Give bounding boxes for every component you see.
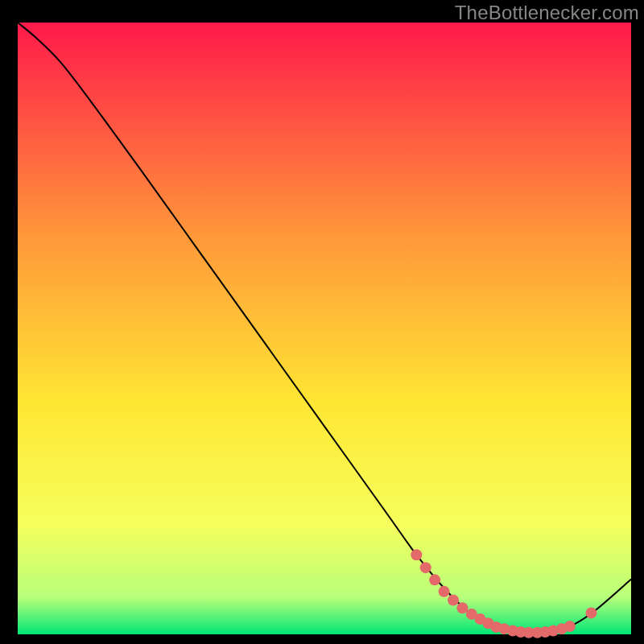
- data-marker: [420, 562, 431, 573]
- data-marker: [456, 602, 468, 613]
- chart-frame: { "watermark": "TheBottlenecker.com", "c…: [0, 0, 644, 644]
- data-marker: [439, 586, 450, 597]
- plot-background: [18, 23, 631, 634]
- data-marker: [564, 621, 576, 632]
- data-marker: [429, 574, 440, 585]
- bottleneck-chart: [0, 0, 644, 644]
- data-marker: [585, 607, 597, 618]
- watermark-text: TheBottlenecker.com: [455, 2, 639, 24]
- data-marker: [411, 549, 422, 560]
- data-marker: [448, 594, 459, 605]
